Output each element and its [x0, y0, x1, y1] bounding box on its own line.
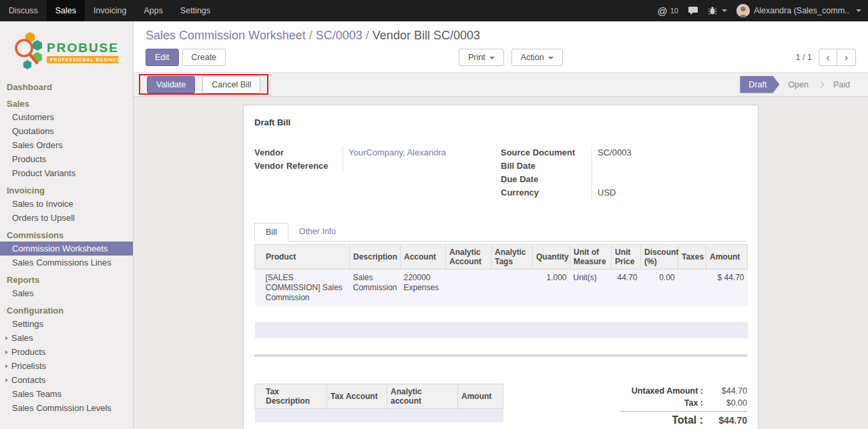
breadcrumb-sc0003-link[interactable]: SC/0003: [316, 29, 363, 42]
sidebar-item-orders-to-upsell[interactable]: Orders to Upsell: [0, 211, 133, 225]
tab-other-info[interactable]: Other Info: [288, 223, 347, 242]
topbar-item-apps[interactable]: Apps: [135, 0, 172, 21]
debug-bug-icon: [708, 6, 717, 15]
sidebar-item-sales-commissions-lines[interactable]: Sales Commissions Lines: [0, 256, 133, 270]
col-header-unit-of-measure[interactable]: Unit of Measure: [570, 245, 612, 270]
cell-description: Sales Commission: [350, 270, 401, 307]
source-document-label: Source Document: [501, 146, 592, 159]
sidebar-item-label: Products: [11, 346, 45, 358]
status-pill-draft[interactable]: Draft: [740, 76, 779, 93]
sidebar-heading-commissions[interactable]: Commissions: [0, 229, 133, 242]
cell-unit-price: 44.70: [612, 270, 641, 307]
col-header-tax-amount[interactable]: Amount: [458, 384, 503, 409]
print-dropdown-button[interactable]: Print: [459, 49, 504, 66]
cancel-bill-button[interactable]: Cancel Bill: [202, 76, 260, 93]
pager-previous-button[interactable]: ‹: [819, 49, 837, 66]
col-header-product[interactable]: Product: [255, 245, 350, 270]
expand-arrow-icon: [5, 378, 8, 382]
sidebar-item-sales-orders[interactable]: Sales Orders: [0, 138, 133, 152]
sidebar-item-products[interactable]: Products: [0, 152, 133, 166]
tab-bill[interactable]: Bill: [254, 223, 288, 242]
col-header-tax-analytic-account[interactable]: Analytic account: [387, 384, 458, 409]
topbar-item-discuss[interactable]: Discuss: [0, 0, 47, 21]
topbar-menus: Discuss Sales Invoicing Apps Settings: [0, 0, 219, 21]
invoice-line-row[interactable]: [SALES COMMISSION] Sales Commission Sale…: [255, 270, 748, 307]
sidebar-item-commission-worksheets[interactable]: Commission Worksheets: [0, 242, 133, 256]
tax-and-totals: Tax Description Tax Account Analytic acc…: [254, 384, 747, 429]
mention-count: 10: [670, 7, 678, 15]
status-pills: Draft Open Paid: [740, 73, 859, 96]
totals-divider: [620, 411, 747, 412]
breadcrumb: Sales Commission Worksheet/SC/0003/Vendo…: [146, 28, 856, 43]
sidebar-heading-dashboard[interactable]: Dashboard: [0, 81, 133, 93]
currency-value[interactable]: USD: [592, 186, 747, 199]
table-scrollbar[interactable]: [254, 354, 747, 357]
col-header-tax-description[interactable]: Tax Description: [255, 384, 327, 409]
col-header-quantity[interactable]: Quantity: [533, 245, 570, 270]
col-header-unit-price[interactable]: Unit Price: [612, 245, 641, 270]
validate-button[interactable]: Validate: [147, 76, 195, 93]
invoice-lines-table: Product Description Account Analytic Acc…: [254, 244, 748, 354]
print-label: Print: [468, 53, 485, 62]
empty-row: [255, 338, 748, 354]
status-pill-open[interactable]: Open: [779, 77, 817, 93]
edit-button[interactable]: Edit: [146, 49, 179, 66]
topbar-item-invoicing[interactable]: Invoicing: [85, 0, 135, 21]
vendor-value-link[interactable]: YourCompany, Alexandra: [343, 146, 501, 159]
sheet-title: Draft Bill: [254, 117, 747, 127]
sidebar-heading-sales[interactable]: Sales: [0, 97, 133, 110]
control-panel: Sales Commission Worksheet/SC/0003/Vendo…: [134, 21, 868, 72]
status-pill-paid[interactable]: Paid: [825, 77, 859, 93]
sidebar-item-customers[interactable]: Customers: [0, 110, 133, 124]
bill-date-value[interactable]: [592, 159, 747, 173]
mention-at-icon: @: [657, 5, 667, 17]
chat-button[interactable]: [688, 6, 698, 15]
debug-menu-button[interactable]: [708, 6, 727, 15]
cell-analytic-tags: [491, 270, 533, 307]
notebook-tabs: Bill Other Info: [254, 222, 747, 242]
sidebar-item-sales-teams[interactable]: Sales Teams: [0, 387, 133, 401]
vendor-reference-value[interactable]: [343, 159, 501, 173]
col-header-discount[interactable]: Discount (%): [641, 245, 678, 270]
due-date-value[interactable]: [592, 173, 747, 186]
sidebar-item-config-sales[interactable]: Sales: [0, 331, 133, 345]
pager-next-button[interactable]: ›: [837, 49, 856, 66]
col-header-description[interactable]: Description: [350, 245, 401, 270]
breadcrumb-current: Vendor Bill SC/0003: [373, 29, 480, 42]
col-header-tax-account[interactable]: Tax Account: [327, 384, 387, 409]
topbar-item-settings[interactable]: Settings: [172, 0, 219, 21]
breadcrumb-worksheet-link[interactable]: Sales Commission Worksheet: [146, 29, 306, 42]
sidebar-item-config-contacts[interactable]: Contacts: [0, 373, 133, 387]
col-header-account[interactable]: Account: [401, 245, 446, 270]
sidebar-item-reports-sales[interactable]: Sales: [0, 286, 133, 300]
sidebar-item-sales-commission-levels[interactable]: Sales Commission Levels: [0, 401, 133, 415]
user-menu[interactable]: Alexandra (Sales_comm..: [736, 4, 861, 17]
sidebar-heading-invoicing[interactable]: Invoicing: [0, 184, 133, 197]
sidebar-heading-reports[interactable]: Reports: [0, 274, 133, 286]
create-button[interactable]: Create: [182, 49, 226, 66]
mentions-counter[interactable]: @ 10: [657, 5, 678, 17]
sidebar-item-config-products[interactable]: Products: [0, 345, 133, 359]
sidebar-item-config-pricelists[interactable]: Pricelists: [0, 359, 133, 373]
col-header-taxes[interactable]: Taxes: [678, 245, 706, 270]
topbar-item-sales[interactable]: Sales: [47, 0, 85, 21]
sidebar-item-sales-to-invoice[interactable]: Sales to Invoice: [0, 197, 133, 211]
sidebar-item-settings[interactable]: Settings: [0, 317, 133, 331]
col-header-amount[interactable]: Amount: [706, 245, 748, 270]
sidebar-item-quotations[interactable]: Quotations: [0, 124, 133, 138]
sidebar-item-product-variants[interactable]: Product Variants: [0, 166, 133, 180]
sidebar-heading-configuration[interactable]: Configuration: [0, 304, 133, 317]
action-dropdown-button[interactable]: Action: [511, 49, 563, 66]
col-header-analytic-account[interactable]: Analytic Account: [446, 245, 491, 270]
empty-row: [255, 422, 503, 429]
logo-hexagon: [23, 60, 31, 69]
pager: 1 / 1 ‹ ›: [796, 49, 856, 66]
tax-value: $0.00: [703, 398, 747, 408]
action-label: Action: [521, 53, 544, 62]
form-sheet: Draft Bill Vendor YourCompany, Alexandra…: [243, 105, 758, 429]
sidebar-item-label: Sales: [11, 332, 33, 344]
vendor-reference-label: Vendor Reference: [254, 159, 343, 173]
col-header-analytic-tags[interactable]: Analytic Tags: [491, 245, 533, 270]
breadcrumb-separator: /: [309, 29, 312, 42]
form-fields: Vendor YourCompany, Alexandra Vendor Ref…: [254, 146, 747, 199]
